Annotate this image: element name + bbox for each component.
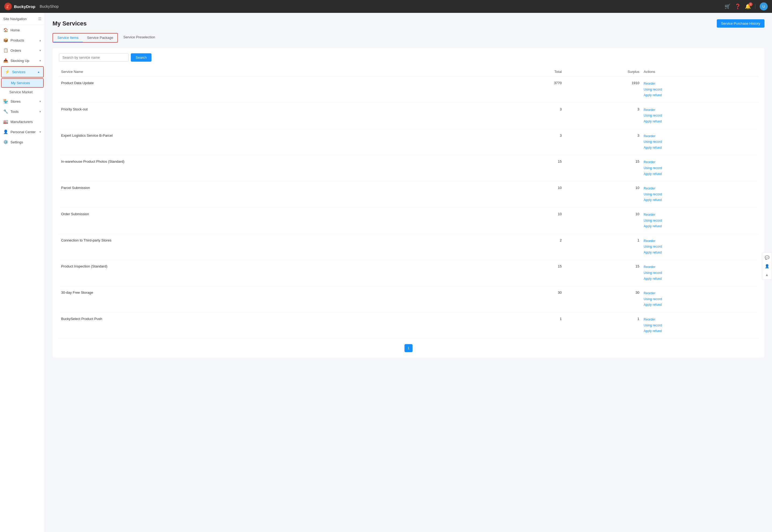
cell-total: 2	[486, 234, 564, 260]
action-link-reorder[interactable]: Reorder	[644, 317, 756, 323]
action-link-reorder[interactable]: Reorder	[644, 238, 756, 244]
action-link-using-record[interactable]: Using record	[644, 218, 756, 224]
cell-surplus: 10	[564, 207, 642, 234]
chevron-down-icon: ▼	[39, 49, 42, 52]
cell-service-name: Parcel Submission	[59, 181, 486, 208]
float-icon-2[interactable]: 👤	[763, 262, 771, 270]
action-link-using-record[interactable]: Using record	[644, 244, 756, 250]
cell-service-name: Priority Stock-out	[59, 103, 486, 129]
action-link-using-record[interactable]: Using record	[644, 192, 756, 198]
cell-service-name: In-warehouse Product Photos (Standard)	[59, 155, 486, 181]
sidebar-header: Site Navigation ☰	[0, 13, 45, 25]
search-input[interactable]	[59, 53, 129, 62]
float-icon-top[interactable]: ▲	[763, 271, 771, 278]
sidebar-item-manufacturers[interactable]: 🏭 Manufacturers	[0, 117, 45, 127]
action-link-using-record[interactable]: Using record	[644, 296, 756, 302]
cell-actions: ReorderUsing recordApply refund	[641, 103, 758, 129]
tabs-bar: Service Items Service Package Service Pr…	[53, 33, 764, 43]
tools-icon: 🔧	[3, 109, 8, 114]
sidebar-header-label: Site Navigation	[3, 17, 27, 21]
cell-total: 15	[486, 155, 564, 181]
action-link-reorder[interactable]: Reorder	[644, 291, 756, 296]
logo-icon: 🎒	[4, 3, 12, 10]
orders-icon: 📋	[3, 48, 8, 53]
page-header: My Services Service Purchase History	[53, 19, 764, 28]
cell-actions: ReorderUsing recordApply refund	[641, 181, 758, 208]
stocking-icon: 📥	[3, 58, 8, 63]
tab-service-items[interactable]: Service Items	[53, 34, 83, 42]
sidebar-menu-icon[interactable]: ☰	[38, 17, 42, 21]
cell-actions: ReorderUsing recordApply refund	[641, 207, 758, 234]
sidebar-item-label: Manufacturers	[10, 120, 42, 124]
table-row: Expert Logistics Service B-Parcel33Reord…	[59, 129, 758, 155]
sidebar-item-stores[interactable]: 🏪 Stores ▼	[0, 96, 45, 106]
action-link-apply-refund[interactable]: Apply refund	[644, 302, 756, 308]
sidebar-item-personal-center[interactable]: 👤 Personal Center ▼	[0, 127, 45, 137]
sidebar-item-tools[interactable]: 🔧 Tools ▼	[0, 106, 45, 117]
action-link-apply-refund[interactable]: Apply refund	[644, 119, 756, 125]
sidebar-item-stocking-up[interactable]: 📥 Stocking Up ▼	[0, 55, 45, 66]
cell-service-name: Connection to Third-party Stores	[59, 234, 486, 260]
tab-service-preselection[interactable]: Service Preselection	[119, 33, 159, 43]
sidebar-sub-item-service-market[interactable]: Service Market	[0, 88, 45, 96]
action-link-apply-refund[interactable]: Apply refund	[644, 276, 756, 282]
cell-service-name: 30-day Free Storage	[59, 286, 486, 312]
cell-total: 1	[486, 312, 564, 339]
action-link-reorder[interactable]: Reorder	[644, 81, 756, 87]
tab-service-package[interactable]: Service Package	[83, 34, 118, 42]
sidebar-item-label: Orders	[10, 49, 37, 53]
action-link-apply-refund[interactable]: Apply refund	[644, 145, 756, 151]
main-layout: Site Navigation ☰ 🏠 Home 📦 Products ▲ 📋 …	[0, 13, 772, 532]
action-link-apply-refund[interactable]: Apply refund	[644, 92, 756, 98]
action-link-reorder[interactable]: Reorder	[644, 212, 756, 218]
table-row: BuckySelect Product Push11ReorderUsing r…	[59, 312, 758, 339]
chevron-up-icon: ▲	[37, 70, 40, 73]
page-button-1[interactable]: 1	[404, 344, 413, 352]
notification-icon[interactable]: 🔔 1	[745, 3, 751, 9]
float-icon-1[interactable]: 💬	[763, 254, 771, 261]
sidebar-item-settings[interactable]: ⚙️ Settings	[0, 137, 45, 147]
table-row: Connection to Third-party Stores21Reorde…	[59, 234, 758, 260]
brand-logo[interactable]: 🎒 BuckyDrop	[4, 3, 35, 10]
float-sidebar: 💬 👤 ▲	[762, 252, 772, 280]
action-link-using-record[interactable]: Using record	[644, 113, 756, 119]
sidebar-item-products[interactable]: 📦 Products ▲	[0, 35, 45, 45]
sidebar-item-label: Home	[10, 28, 42, 32]
action-link-reorder[interactable]: Reorder	[644, 107, 756, 113]
action-link-apply-refund[interactable]: Apply refund	[644, 224, 756, 229]
cell-actions: ReorderUsing recordApply refund	[641, 286, 758, 312]
cell-service-name: Order Submission	[59, 207, 486, 234]
action-link-reorder[interactable]: Reorder	[644, 264, 756, 270]
action-link-reorder[interactable]: Reorder	[644, 133, 756, 139]
search-button[interactable]: Search	[131, 53, 151, 62]
help-icon[interactable]: ❓	[735, 3, 741, 9]
action-link-reorder[interactable]: Reorder	[644, 186, 756, 192]
cell-surplus: 1	[564, 234, 642, 260]
cell-service-name: Product Inspection (Standard)	[59, 260, 486, 286]
sidebar-item-home[interactable]: 🏠 Home	[0, 25, 45, 35]
action-link-using-record[interactable]: Using record	[644, 139, 756, 145]
sidebar-sub-item-my-services[interactable]: My Services	[2, 79, 43, 87]
action-link-apply-refund[interactable]: Apply refund	[644, 197, 756, 203]
cell-total: 3	[486, 129, 564, 155]
table-row: Product Data Update37701910ReorderUsing …	[59, 77, 758, 103]
action-link-using-record[interactable]: Using record	[644, 87, 756, 93]
action-link-using-record[interactable]: Using record	[644, 270, 756, 276]
action-link-reorder[interactable]: Reorder	[644, 159, 756, 165]
service-purchase-history-button[interactable]: Service Purchase History	[717, 19, 764, 28]
table-row: Product Inspection (Standard)1515Reorder…	[59, 260, 758, 286]
cell-actions: ReorderUsing recordApply refund	[641, 155, 758, 181]
top-navigation: 🎒 BuckyDrop BuckyShop 🛒 ❓ 🔔 1 U	[0, 0, 772, 13]
table-row: Order Submission1010ReorderUsing recordA…	[59, 207, 758, 234]
action-link-using-record[interactable]: Using record	[644, 323, 756, 329]
sidebar-item-orders[interactable]: 📋 Orders ▼	[0, 45, 45, 55]
action-link-apply-refund[interactable]: Apply refund	[644, 171, 756, 177]
action-link-apply-refund[interactable]: Apply refund	[644, 250, 756, 256]
sidebar-item-services[interactable]: ⚡ Services ▲	[2, 67, 43, 77]
avatar[interactable]: U	[760, 2, 768, 10]
action-link-using-record[interactable]: Using record	[644, 165, 756, 171]
action-link-apply-refund[interactable]: Apply refund	[644, 328, 756, 334]
sidebar-item-label: Settings	[10, 140, 42, 144]
person-icon: 👤	[3, 129, 8, 134]
cart-icon[interactable]: 🛒	[725, 3, 730, 9]
